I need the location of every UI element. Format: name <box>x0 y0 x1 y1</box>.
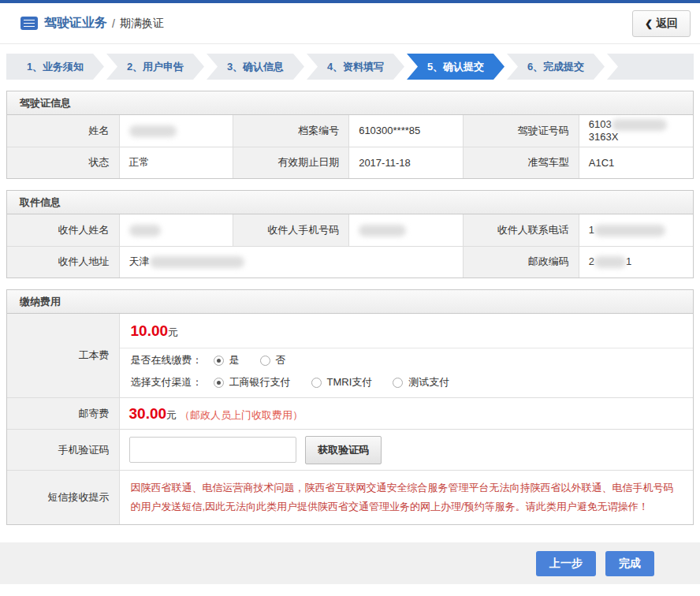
license-info-table: 姓名 档案编号 610300****85 驾驶证号码 61033163X 状态 … <box>7 115 693 178</box>
pickup-info-table: 收件人姓名 收件人手机号码 收件人联系电话 1 收件人地址 天津 邮政编码 21 <box>7 214 693 278</box>
radio-unselected-icon[interactable] <box>311 378 322 388</box>
redacted-recipient-mobile <box>359 225 406 237</box>
step-tab-6[interactable]: 6、完成提交 <box>507 54 605 80</box>
step-bar-filler <box>607 54 694 80</box>
postage-fee-amount: 30.00 <box>129 405 167 422</box>
get-captcha-button[interactable]: 获取验证码 <box>305 436 382 464</box>
contact-phone-label: 收件人联系电话 <box>463 214 579 246</box>
postal-suffix: 1 <box>626 255 631 267</box>
license-info-section: 驾驶证信息 姓名 档案编号 610300****85 驾驶证号码 6103316… <box>6 91 694 179</box>
vehicle-type-label: 准驾车型 <box>463 147 579 178</box>
recipient-name-label: 收件人姓名 <box>7 214 119 246</box>
radio-option-label: TMRI支付 <box>327 375 373 389</box>
breadcrumb-separator: / <box>112 17 115 30</box>
pickup-info-section: 取件信息 收件人姓名 收件人手机号码 收件人联系电话 1 收件人地址 天津 邮政… <box>6 190 694 278</box>
fees-table: 工本费 10.00元 是否在线缴费： 是 否 选择支付渠道： 工商银行支付 TM… <box>7 314 693 524</box>
file-no-value: 610300****85 <box>349 115 464 147</box>
table-row: 手机验证码 获取验证码 <box>7 430 693 471</box>
pay-channel-question-row: 选择支付渠道： 工商银行支付 TMRI支付 测试支付 <box>120 371 694 397</box>
address-value: 天津 <box>119 246 463 278</box>
status-label: 状态 <box>7 147 119 178</box>
expiry-value: 2017-11-18 <box>349 147 464 178</box>
work-fee-unit: 元 <box>168 326 178 338</box>
radio-option-yes[interactable]: 是 <box>214 353 240 367</box>
radio-unselected-icon[interactable] <box>393 378 403 388</box>
pay-channel-question: 选择支付渠道： <box>131 375 203 389</box>
expiry-label: 有效期止日期 <box>233 147 349 178</box>
online-pay-question: 是否在线缴费： <box>131 353 203 367</box>
breadcrumb: 驾驶证业务 / 期满换证 <box>20 15 164 32</box>
back-button-label: 返回 <box>656 17 678 29</box>
table-row: 姓名 档案编号 610300****85 驾驶证号码 61033163X <box>7 115 693 147</box>
contact-phone-prefix: 1 <box>589 224 594 236</box>
work-fee-amount: 10.00 <box>131 322 169 339</box>
online-pay-question-row: 是否在线缴费： 是 否 <box>120 348 694 371</box>
table-row: 短信接收提示 因陕西省联通、电信运营商技术问题，陕西省互联网交通安全综合服务管理… <box>7 471 693 525</box>
captcha-cell: 获取验证码 <box>119 430 693 471</box>
radio-option-label: 是 <box>229 353 240 367</box>
radio-option-test[interactable]: 测试支付 <box>393 375 449 389</box>
previous-step-button[interactable]: 上一步 <box>536 551 596 576</box>
radio-option-icbc[interactable]: 工商银行支付 <box>214 375 291 389</box>
work-fee-amount-line: 10.00元 <box>120 314 694 348</box>
redacted-address <box>150 256 244 268</box>
postal-code-value: 21 <box>579 246 693 278</box>
file-no-label: 档案编号 <box>233 115 349 147</box>
radio-selected-icon[interactable] <box>214 378 224 388</box>
redacted-recipient-name <box>129 225 161 237</box>
postal-code-label: 邮政编码 <box>463 246 579 278</box>
back-chevron-icon: ❮ <box>645 18 653 29</box>
work-fee-label: 工本费 <box>7 314 119 398</box>
work-fee-cell: 10.00元 是否在线缴费： 是 否 选择支付渠道： 工商银行支付 TMRI支付… <box>119 314 693 398</box>
redacted-name <box>129 125 177 137</box>
radio-unselected-icon[interactable] <box>260 356 270 366</box>
radio-option-tmri[interactable]: TMRI支付 <box>311 375 373 389</box>
radio-option-no[interactable]: 否 <box>260 353 286 367</box>
step-tab-2[interactable]: 2、用户申告 <box>106 54 204 80</box>
page-header: 驾驶证业务 / 期满换证 ❮返回 <box>0 3 700 44</box>
address-label: 收件人地址 <box>7 246 119 278</box>
radio-option-label: 测试支付 <box>408 375 449 389</box>
license-no-prefix: 6103 <box>589 118 612 130</box>
postage-fee-cell: 30.00元（邮政人员上门收取费用） <box>119 398 693 430</box>
back-button[interactable]: ❮返回 <box>632 10 691 37</box>
pickup-section-title: 取件信息 <box>7 191 693 214</box>
step-progress-bar: 1、业务须知 2、用户申告 3、确认信息 4、资料填写 5、确认提交 6、完成提… <box>6 54 694 80</box>
recipient-name-value <box>119 214 233 246</box>
captcha-input[interactable] <box>129 437 296 463</box>
table-row: 邮寄费 30.00元（邮政人员上门收取费用） <box>7 398 693 430</box>
address-prefix: 天津 <box>129 255 150 267</box>
radio-selected-icon[interactable] <box>214 356 224 366</box>
name-label: 姓名 <box>7 115 119 147</box>
license-section-title: 驾驶证信息 <box>7 91 693 115</box>
license-no-suffix: 3163X <box>589 131 619 143</box>
step-tab-1[interactable]: 1、业务须知 <box>6 54 104 80</box>
postage-fee-label: 邮寄费 <box>7 398 119 430</box>
recipient-mobile-value <box>349 214 464 246</box>
postage-fee-note: （邮政人员上门收取费用） <box>180 409 303 421</box>
status-value: 正常 <box>119 147 233 178</box>
finish-button[interactable]: 完成 <box>605 551 654 576</box>
redacted-license-no <box>612 119 667 131</box>
step-tab-3[interactable]: 3、确认信息 <box>207 54 304 80</box>
redacted-contact-phone <box>594 225 665 237</box>
table-row: 收件人姓名 收件人手机号码 收件人联系电话 1 <box>7 214 693 246</box>
captcha-label: 手机验证码 <box>7 430 119 471</box>
step-tab-4[interactable]: 4、资料填写 <box>307 54 404 80</box>
vehicle-type-value: A1C1 <box>579 147 693 178</box>
step-tab-5[interactable]: 5、确认提交 <box>407 54 505 80</box>
table-row: 收件人地址 天津 邮政编码 21 <box>7 246 693 278</box>
radio-option-label: 否 <box>276 353 286 367</box>
table-row: 工本费 10.00元 是否在线缴费： 是 否 选择支付渠道： 工商银行支付 TM… <box>7 314 693 398</box>
sms-tip-label: 短信接收提示 <box>7 471 119 525</box>
postage-fee-unit: 元 <box>166 409 177 421</box>
fees-section-title: 缴纳费用 <box>7 290 693 314</box>
fees-section: 缴纳费用 工本费 10.00元 是否在线缴费： 是 否 选择支付渠道： 工商银行… <box>6 289 694 525</box>
page-subtitle: 期满换证 <box>120 17 164 31</box>
name-value <box>119 115 233 147</box>
sms-tip-cell: 因陕西省联通、电信运营商技术问题，陕西省互联网交通安全综合服务管理平台无法向持陕… <box>119 471 693 525</box>
postal-prefix: 2 <box>589 255 594 267</box>
radio-option-label: 工商银行支付 <box>229 375 291 389</box>
menu-list-icon <box>20 17 38 30</box>
sms-tip-message: 因陕西省联通、电信运营商技术问题，陕西省互联网交通安全综合服务管理平台无法向持陕… <box>131 479 683 516</box>
